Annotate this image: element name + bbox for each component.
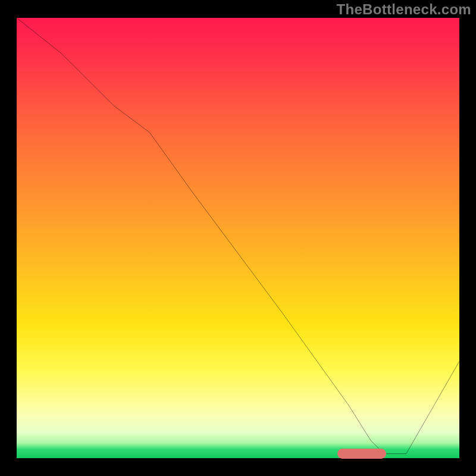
plot-area [17, 18, 459, 458]
watermark-text: TheBottleneck.com [337, 1, 471, 18]
bottleneck-curve [17, 18, 459, 458]
curve-path [17, 18, 459, 454]
chart-frame: TheBottleneck.com [0, 0, 476, 476]
minimum-marker [337, 449, 386, 459]
